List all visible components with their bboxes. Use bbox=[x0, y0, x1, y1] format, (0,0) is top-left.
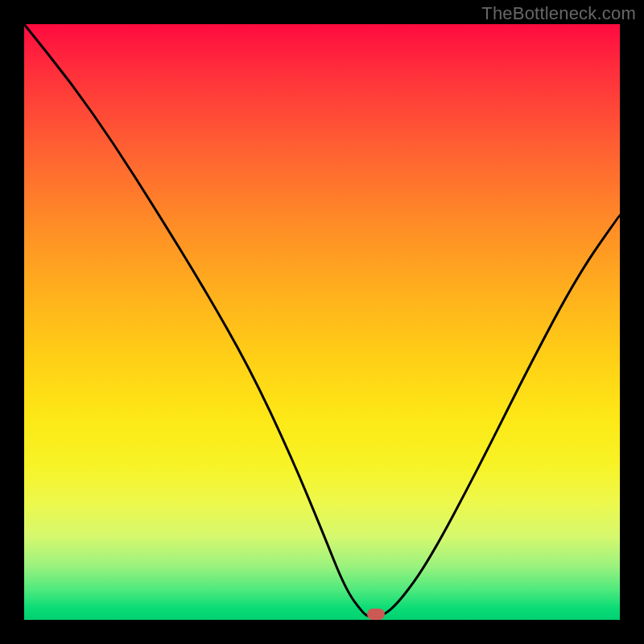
attribution-text: TheBottleneck.com bbox=[481, 3, 636, 24]
bottleneck-chart: TheBottleneck.com bbox=[0, 0, 644, 644]
optimum-marker bbox=[367, 609, 385, 620]
bottleneck-curve bbox=[24, 24, 620, 617]
plot-area bbox=[24, 24, 620, 620]
curve-layer bbox=[24, 24, 620, 620]
